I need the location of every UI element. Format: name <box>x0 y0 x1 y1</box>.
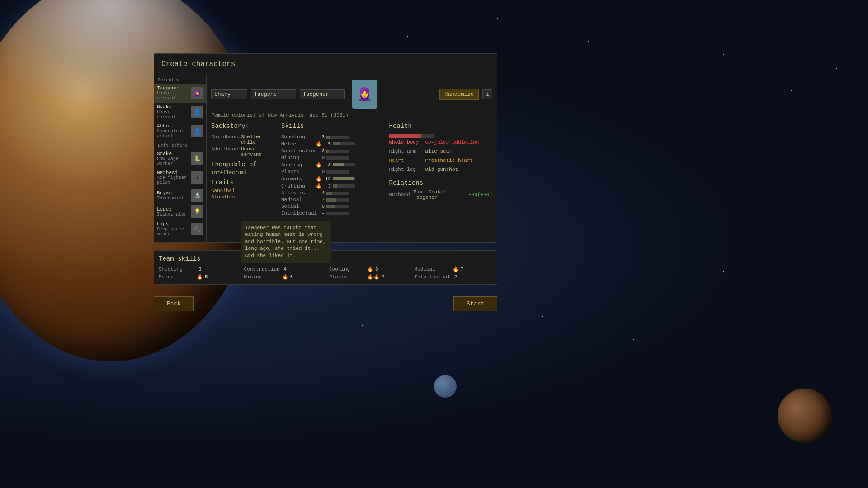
team-skills-grid: Shooting 3 Construction 4 Cooking 🔥 8 Me… <box>159 266 492 280</box>
ts-shooting-val: 3 <box>198 267 202 272</box>
nick-name-input[interactable] <box>300 89 345 99</box>
skill-intellectual-bar <box>326 212 349 215</box>
body-part-wholebody: Whole body <box>389 140 421 145</box>
skill-construction: Construction 2 <box>281 148 385 154</box>
skill-shooting-name: Shooting <box>281 134 314 140</box>
char-item-nyaku[interactable]: Nyaku House servant 👤 <box>154 103 206 122</box>
skill-crafting-value: 3 <box>324 183 331 189</box>
skills-title: Skills <box>281 122 385 131</box>
char-item-nerhesi[interactable]: Nerhesi Ace fighter pilot ✈️ <box>154 168 206 187</box>
team-skill-cooking: Cooking 🔥 8 <box>329 266 407 272</box>
skill-plants: Plants 0 <box>281 169 385 174</box>
ts-plants-val: 8 <box>382 274 385 280</box>
skill-melee-value: 5 <box>324 141 331 147</box>
first-name-input[interactable] <box>211 89 247 99</box>
char-lopez-role: Illuminator <box>157 212 189 217</box>
childhood-row: Childhood: Shelter child <box>211 134 277 145</box>
skill-cooking-value: 8 <box>324 162 331 168</box>
bottom-buttons: Back Start <box>154 296 497 311</box>
char-snake-role: Low-wage worker <box>157 156 189 166</box>
ts-medical-val: 7 <box>461 267 464 272</box>
health-heart: Heart Prosthetic heart <box>389 158 493 163</box>
ts-mining-icon: 🔥 <box>282 274 288 280</box>
health-wholebody: Whole body Go-juice addiction <box>389 140 493 145</box>
star <box>723 54 724 55</box>
name-row: 🧕 Randomize i <box>211 80 492 109</box>
info-button[interactable]: i <box>482 89 492 99</box>
randomize-button[interactable]: Randomize <box>439 89 479 100</box>
skill-melee: Melee 🔥 5 <box>281 141 385 147</box>
skill-shooting: Shooting 3 <box>281 134 385 140</box>
char-item-bryant[interactable]: Bryant Taxonomist 🔬 <box>154 187 206 203</box>
star <box>362 325 363 326</box>
skill-mining: Mining 0 <box>281 155 385 160</box>
skill-shooting-bar <box>326 136 349 139</box>
star <box>633 339 634 340</box>
ts-shooting-name: Shooting <box>159 267 195 272</box>
skill-plants-bar <box>326 170 349 174</box>
char-nerhesi-name: Nerhesi <box>157 170 189 175</box>
ts-cooking-icon: 🔥 <box>367 266 373 272</box>
char-item-snake[interactable]: Snake Low-wage worker 🐍 <box>154 149 206 168</box>
char-item-taegener[interactable]: Taegener House servant 🧕 <box>154 84 206 103</box>
char-item-lips[interactable]: Lips Deep space miner ⛏️ <box>154 220 206 239</box>
skill-social-bar <box>326 205 349 208</box>
skill-social-name: Social <box>281 204 314 209</box>
team-skill-mining: Mining 🔥 6 <box>244 274 322 280</box>
team-skill-plants: Plants 🔥🔥 8 <box>329 274 407 280</box>
skill-melee-bar <box>333 142 355 145</box>
char-nerhesi-avatar: ✈️ <box>191 171 203 184</box>
char-nyaku-role: House servant <box>157 110 189 120</box>
health-bar-wholebody <box>389 134 434 138</box>
skill-crafting-name: Crafting <box>281 183 314 189</box>
char-lopez-name: Lopez <box>157 206 189 212</box>
char-nerhesi-role: Ace fighter pilot <box>157 175 189 185</box>
condition-gunshot: Old gunshot <box>425 167 458 172</box>
skill-shooting-value: 3 <box>317 134 325 140</box>
skill-plants-name: Plants <box>281 169 314 174</box>
last-name-input[interactable] <box>251 89 296 99</box>
char-item-abbott[interactable]: Abbott Conceptual artist 👤 <box>154 122 206 141</box>
team-skill-medical: Medical 🔥 7 <box>415 266 493 272</box>
skill-construction-bar <box>326 150 349 153</box>
skill-melee-name: Melee <box>281 141 314 147</box>
trait-bloodlust[interactable]: Bloodlust Taegener was taught that eatin… <box>211 194 277 200</box>
team-skill-construction: Construction 4 <box>244 266 322 272</box>
skill-medical-name: Medical <box>281 197 314 202</box>
ts-medical-icon: 🔥 <box>453 266 459 272</box>
skill-animals-bar <box>333 177 355 180</box>
ts-construction-name: Construction <box>244 267 280 272</box>
start-button[interactable]: Start <box>453 296 497 311</box>
skill-construction-name: Construction <box>281 148 314 154</box>
trait-cannibal[interactable]: Cannibal <box>211 188 277 193</box>
star <box>814 136 815 136</box>
skill-artistic: Artistic 4 <box>281 190 385 196</box>
star <box>769 27 769 28</box>
skill-mining-name: Mining <box>281 155 314 160</box>
skill-artistic-bar <box>326 192 349 195</box>
skill-medical-bar <box>326 198 349 202</box>
ts-intellectual-name: Intellectual <box>415 274 451 280</box>
star <box>316 23 317 23</box>
health-rightleg: Right leg Old gunshot <box>389 167 493 172</box>
char-item-lopez[interactable]: Lopez Illuminator 💡 <box>154 203 206 220</box>
body-part-rightleg: Right leg <box>389 167 421 172</box>
character-portrait: 🧕 <box>352 80 377 109</box>
char-taegener-role: House servant <box>157 91 189 101</box>
ts-cooking-name: Cooking <box>329 267 365 272</box>
health-section: Health Whole body Go-juice addiction Rig… <box>389 122 493 217</box>
char-abbott-avatar: 👤 <box>191 125 203 137</box>
star <box>588 41 589 42</box>
body-part-rightarm: Right arm <box>389 149 421 154</box>
back-button[interactable]: Back <box>154 296 194 311</box>
health-conditions: Whole body Go-juice addiction Right arm … <box>389 140 493 174</box>
skill-plants-value: 0 <box>317 169 325 174</box>
ts-melee-icon: 🔥 <box>197 274 203 280</box>
condition-gojuice: Go-juice addiction <box>425 140 479 145</box>
char-taegener-name: Taegener <box>157 85 189 91</box>
skill-intellectual: Intellectual - <box>281 211 385 216</box>
team-skill-intellectual: Intellectual 2 <box>415 274 493 280</box>
skill-artistic-name: Artistic <box>281 190 314 196</box>
relations-title: Relations <box>389 179 493 187</box>
skill-artistic-value: 4 <box>317 190 325 196</box>
